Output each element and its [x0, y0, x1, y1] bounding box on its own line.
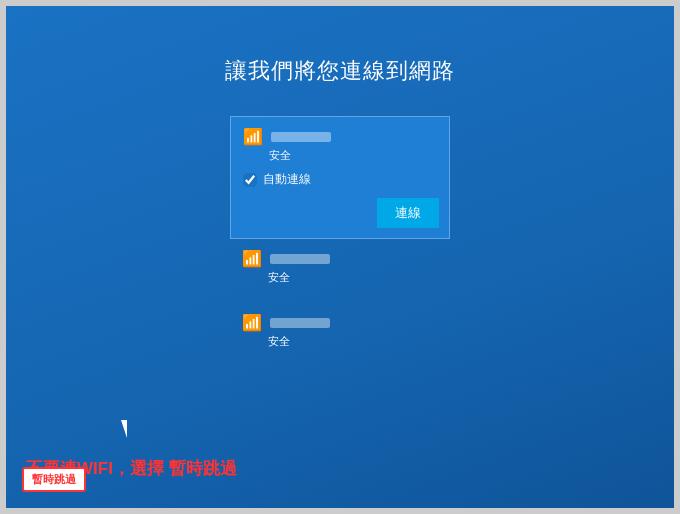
selected-network-panel: 📶 安全 自動連線 連線 — [230, 116, 450, 239]
network-list: 📶 安全 📶 安全 — [230, 239, 450, 367]
network-name-blurred — [271, 132, 331, 142]
auto-connect-label: 自動連線 — [263, 171, 311, 188]
wifi-icon-3: 📶 — [242, 313, 262, 332]
screen-container: 讓我們將您連線到網路 📶 安全 自動連線 連線 📶 — [0, 0, 680, 514]
windows-setup-screen: 讓我們將您連線到網路 📶 安全 自動連線 連線 📶 — [6, 6, 674, 508]
selected-network-item[interactable]: 📶 安全 — [231, 117, 449, 163]
auto-connect-row: 自動連線 — [243, 171, 449, 188]
auto-connect-checkbox[interactable] — [243, 173, 257, 187]
secure-label-3: 安全 — [268, 334, 438, 349]
network-name-row: 📶 — [243, 127, 437, 146]
network-list-item[interactable]: 📶 安全 — [230, 239, 450, 303]
wifi-icon-2: 📶 — [242, 249, 262, 268]
network-list-item-2[interactable]: 📶 安全 — [230, 303, 450, 367]
connect-btn-row: 連線 — [231, 198, 449, 238]
mouse-cursor — [121, 420, 133, 438]
wifi-icon: 📶 — [243, 127, 263, 146]
network-name-row-3: 📶 — [242, 313, 438, 332]
network-name-row-2: 📶 — [242, 249, 438, 268]
page-title: 讓我們將您連線到網路 — [225, 56, 455, 86]
network-name-blurred-2 — [270, 254, 330, 264]
secure-label: 安全 — [269, 148, 437, 163]
network-name-blurred-3 — [270, 318, 330, 328]
skip-button[interactable]: 暫時跳過 — [22, 467, 86, 492]
secure-label-2: 安全 — [268, 270, 438, 285]
connect-button[interactable]: 連線 — [377, 198, 439, 228]
